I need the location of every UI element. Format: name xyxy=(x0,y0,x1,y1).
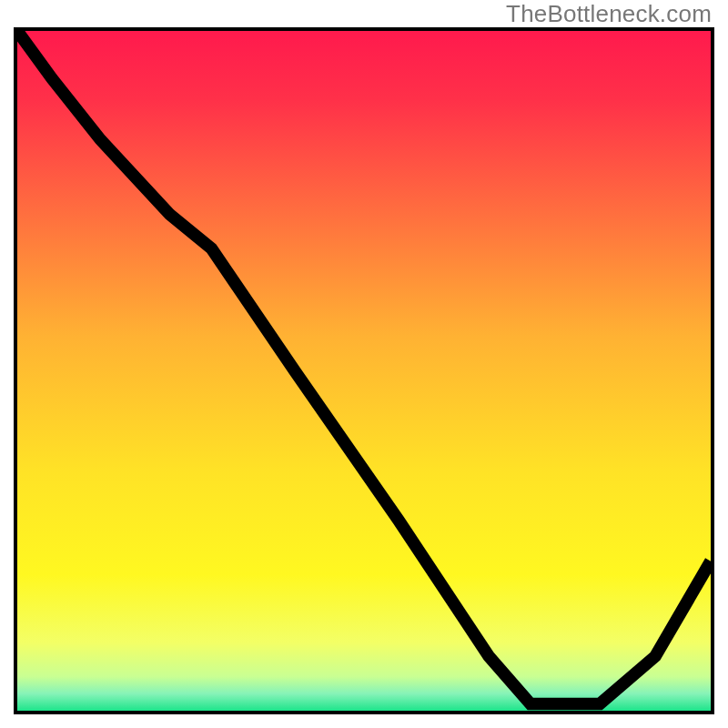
background-gradient xyxy=(17,31,711,711)
attribution-text: TheBottleneck.com xyxy=(506,0,712,28)
chart-svg xyxy=(17,31,711,711)
chart-plot-area xyxy=(14,27,714,714)
